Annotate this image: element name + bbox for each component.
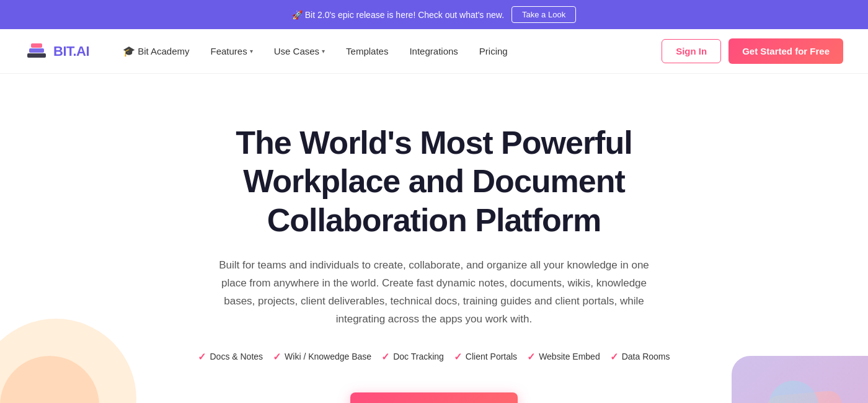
nav-item-pricing-label: Pricing [479,46,508,56]
feature-pills: ✓ Docs & Notes ✓ Wiki / Knowedge Base ✓ … [155,351,713,363]
nav-actions: Sign In Get Started for Free [662,38,843,64]
hero-section: The World's Most Powerful Workplace and … [0,74,868,403]
check-icon-portals: ✓ [454,351,462,363]
check-icon-docs: ✓ [198,351,206,363]
deco-right-shape1 [732,356,868,403]
deco-right-shape2 [766,390,846,403]
use-cases-chevron-icon: ▾ [322,48,325,55]
check-icon-embed: ✓ [527,351,535,363]
navbar: BIT.AI 🎓 Bit Academy Features ▾ Use Case… [0,29,868,74]
pill-client-portals: ✓ Client Portals [454,351,517,363]
pill-website-embed: ✓ Website Embed [527,351,600,363]
pill-data-rooms-label: Data Rooms [622,352,670,361]
nav-item-integrations[interactable]: Integrations [401,41,466,61]
announcement-banner: 🚀 Bit 2.0's epic release is here! Check … [0,0,868,29]
logo-text: BIT.AI [53,43,89,60]
pill-docs-notes: ✓ Docs & Notes [198,351,263,363]
hero-content: The World's Most Powerful Workplace and … [155,123,713,403]
nav-item-use-cases-label: Use Cases [274,46,319,56]
nav-item-use-cases[interactable]: Use Cases ▾ [265,41,334,61]
hero-title-line2: Workplace and Document Collaboration Pla… [243,163,625,237]
deco-right-shape3 [769,381,818,403]
svg-rect-1 [29,48,44,53]
nav-item-features-label: Features [211,46,247,56]
nav-item-bit-academy-label: Bit Academy [138,46,189,56]
nav-item-templates[interactable]: Templates [337,41,397,61]
nav-item-pricing[interactable]: Pricing [471,41,516,61]
hero-title: The World's Most Powerful Workplace and … [155,123,713,239]
hero-cta-button[interactable]: Get Started for Free [350,392,517,403]
nav-item-templates-label: Templates [346,46,388,56]
check-icon-wiki: ✓ [273,351,281,363]
get-started-nav-button[interactable]: Get Started for Free [728,38,843,64]
deco-circle-inner [0,356,99,403]
nav-item-bit-academy[interactable]: 🎓 Bit Academy [114,40,198,62]
check-icon-tracking: ✓ [381,351,389,363]
announcement-text: 🚀 Bit 2.0's epic release is here! Check … [292,10,504,20]
pill-doc-tracking-label: Doc Tracking [393,352,444,361]
bit-academy-emoji: 🎓 [123,45,135,57]
deco-right [694,319,868,403]
nav-item-features[interactable]: Features ▾ [202,41,262,61]
pill-data-rooms: ✓ Data Rooms [610,351,670,363]
pill-wiki: ✓ Wiki / Knowedge Base [273,351,371,363]
pill-website-embed-label: Website Embed [539,352,600,361]
logo-icon [25,40,48,63]
svg-rect-2 [31,43,42,48]
pill-docs-notes-label: Docs & Notes [210,352,263,361]
take-a-look-button[interactable]: Take a Look [512,6,576,23]
deco-left [0,306,149,403]
features-chevron-icon: ▾ [250,48,253,55]
check-icon-data-rooms: ✓ [610,351,618,363]
pill-client-portals-label: Client Portals [466,352,517,361]
pill-doc-tracking: ✓ Doc Tracking [381,351,444,363]
svg-rect-0 [27,53,46,58]
hero-subtitle: Built for teams and individuals to creat… [211,257,657,329]
pill-wiki-label: Wiki / Knowedge Base [285,352,371,361]
nav-links: 🎓 Bit Academy Features ▾ Use Cases ▾ Tem… [114,40,662,62]
sign-in-button[interactable]: Sign In [662,39,721,63]
logo[interactable]: BIT.AI [25,40,89,63]
nav-item-integrations-label: Integrations [409,46,458,56]
hero-title-line1: The World's Most Powerful [236,125,632,161]
deco-circle-outer [0,319,136,403]
